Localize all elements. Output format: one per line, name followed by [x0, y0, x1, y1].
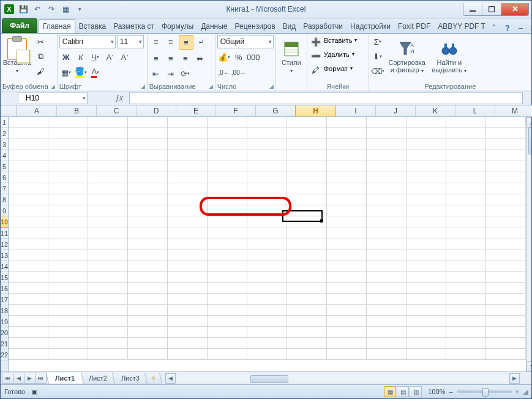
cell[interactable]	[367, 216, 406, 227]
cell[interactable]	[486, 172, 526, 183]
cell[interactable]	[48, 150, 88, 161]
cell[interactable]	[9, 327, 48, 337]
row-header[interactable]: 2	[1, 128, 8, 139]
cell[interactable]	[168, 238, 208, 249]
row-header[interactable]: 4	[1, 150, 8, 161]
cell[interactable]	[406, 139, 446, 150]
cell[interactable]	[486, 316, 526, 326]
row-header[interactable]: 22	[1, 349, 8, 360]
cell[interactable]	[327, 316, 367, 326]
cell[interactable]	[208, 260, 247, 271]
number-format-combo[interactable]: Общий▾	[217, 35, 274, 48]
cell[interactable]	[327, 249, 367, 260]
cell[interactable]	[406, 249, 446, 260]
cell[interactable]	[446, 117, 486, 127]
cell[interactable]	[287, 139, 327, 150]
align-bottom-button[interactable]: ≡	[179, 35, 193, 50]
cell[interactable]	[367, 305, 406, 315]
cell[interactable]	[168, 327, 208, 337]
cell[interactable]	[168, 349, 208, 359]
dialog-launcher-icon[interactable]: ◢	[141, 83, 145, 89]
name-box[interactable]: H10 ▾	[18, 92, 88, 104]
cell[interactable]	[168, 128, 208, 139]
cell[interactable]	[88, 316, 128, 326]
cell[interactable]	[327, 305, 367, 315]
cell[interactable]	[406, 205, 446, 216]
cell[interactable]	[367, 349, 406, 359]
cell[interactable]	[486, 139, 526, 150]
cell[interactable]	[446, 349, 486, 359]
cell[interactable]	[406, 172, 446, 183]
percent-button[interactable]: %	[232, 50, 245, 64]
minimize-ribbon-icon[interactable]: ˄	[489, 23, 499, 33]
row-header[interactable]: 5	[1, 161, 8, 172]
cell[interactable]	[486, 227, 526, 238]
cell[interactable]	[406, 294, 446, 304]
tab-data[interactable]: Данные	[197, 20, 231, 33]
cell[interactable]	[48, 117, 88, 127]
column-header[interactable]: H	[295, 105, 336, 116]
cell[interactable]	[486, 128, 526, 139]
cell[interactable]	[88, 338, 128, 348]
cell[interactable]	[406, 327, 446, 337]
cell[interactable]	[208, 327, 247, 337]
cell[interactable]	[406, 117, 446, 127]
cell[interactable]	[247, 205, 287, 216]
qat-undo-icon[interactable]: ↶	[31, 3, 43, 15]
cell[interactable]	[208, 283, 247, 293]
hscroll-track[interactable]	[177, 375, 508, 382]
cell[interactable]	[406, 183, 446, 194]
cell[interactable]	[128, 316, 168, 326]
cell[interactable]	[287, 128, 327, 139]
row-header[interactable]: 10	[1, 216, 8, 228]
cell[interactable]	[168, 205, 208, 216]
cell[interactable]	[128, 194, 168, 205]
cell[interactable]	[287, 283, 327, 293]
cell[interactable]	[208, 316, 247, 326]
underline-button[interactable]: Ч▾	[89, 50, 102, 64]
cell[interactable]	[9, 150, 48, 161]
vscroll-track[interactable]	[528, 127, 531, 361]
cell[interactable]	[88, 128, 128, 139]
new-sheet-button[interactable]: ✧	[144, 373, 162, 384]
bold-button[interactable]: Ж	[59, 50, 73, 64]
currency-button[interactable]: 💰▾	[217, 50, 231, 64]
cell[interactable]	[446, 194, 486, 205]
cell[interactable]	[327, 227, 367, 238]
cell[interactable]	[446, 260, 486, 271]
cell[interactable]	[88, 283, 128, 293]
workbook-restore-icon[interactable]: ❐	[530, 23, 532, 33]
row-header[interactable]: 18	[1, 305, 8, 316]
cell[interactable]	[367, 238, 406, 249]
cell[interactable]	[88, 194, 128, 205]
cell[interactable]	[168, 117, 208, 127]
horizontal-scrollbar[interactable]: ◀ ▶	[164, 373, 521, 384]
align-right-button[interactable]: ≡	[179, 51, 192, 65]
cell[interactable]	[168, 283, 208, 293]
cell[interactable]	[88, 205, 128, 216]
cell[interactable]	[367, 272, 406, 282]
cell[interactable]	[247, 249, 287, 260]
cell[interactable]	[446, 205, 486, 216]
column-header[interactable]: D	[137, 105, 176, 116]
cell[interactable]	[406, 128, 446, 139]
cell[interactable]	[367, 283, 406, 293]
tab-formulas[interactable]: Формулы	[158, 20, 197, 33]
cell[interactable]	[406, 150, 446, 161]
minimize-button[interactable]	[463, 3, 482, 15]
cell[interactable]	[9, 349, 48, 359]
cell[interactable]	[327, 205, 367, 216]
borders-button[interactable]: ▦▾	[59, 66, 73, 79]
macro-record-icon[interactable]: ▣	[31, 388, 37, 396]
zoom-in-button[interactable]: +	[515, 388, 519, 395]
paste-button[interactable]: Вставить▾	[2, 35, 32, 79]
cell[interactable]	[9, 183, 48, 194]
cell[interactable]	[247, 216, 287, 227]
cell[interactable]	[367, 139, 406, 150]
cell[interactable]	[88, 172, 128, 183]
cell[interactable]	[48, 294, 88, 304]
cell[interactable]	[128, 349, 168, 359]
fill-color-button[interactable]: 🪣▾	[74, 66, 88, 79]
cell[interactable]	[9, 238, 48, 249]
cell[interactable]	[327, 194, 367, 205]
